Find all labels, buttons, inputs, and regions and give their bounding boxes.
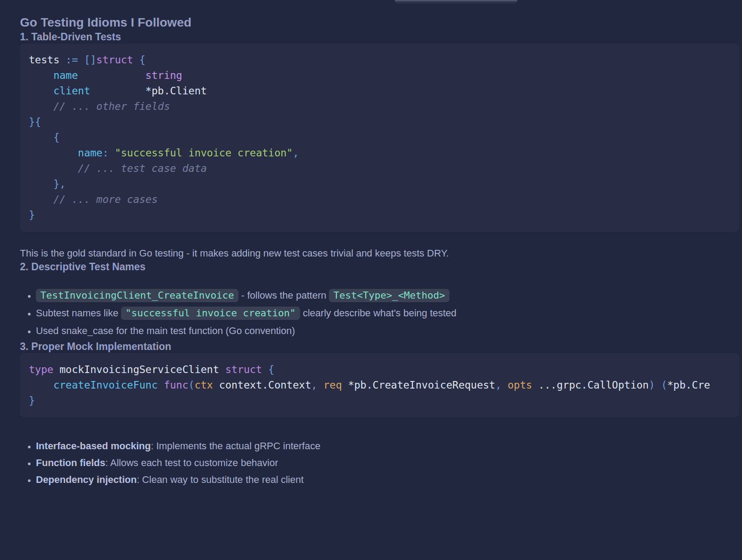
- code-line: // ... other fields: [29, 99, 730, 114]
- code-line: createInvoiceFunc func(ctx context.Conte…: [29, 377, 730, 393]
- list-item-snake-case: Used snake_case for the main test functi…: [36, 322, 739, 340]
- code-line: // ... test case data: [29, 161, 730, 176]
- list-item-subtest-names: Subtest names like "successful invoice c…: [36, 304, 739, 322]
- code-block-mock-implementation: type mockInvoicingServiceClient struct {…: [20, 353, 739, 417]
- inline-code-subtest-name: "successful invoice creation": [121, 307, 300, 320]
- list-item-text: : Allows each test to customize behavior: [105, 457, 278, 468]
- code-line: }{: [29, 114, 730, 130]
- section-2-heading: 2. Descriptive Test Names: [20, 260, 739, 273]
- code-line: name string: [29, 68, 730, 83]
- list-item-interface-mocking: Interface-based mocking: Implements the …: [36, 438, 739, 455]
- descriptive-test-names-list: TestInvoicingClient_CreateInvoice - foll…: [20, 287, 739, 340]
- section-1-heading: 1. Table-Driven Tests: [20, 30, 739, 43]
- code-block-table-driven-tests: tests := []struct { name string client *…: [20, 43, 739, 232]
- code-line: type mockInvoicingServiceClient struct {: [29, 362, 730, 377]
- list-item-text: : Clean way to substitute the real clien…: [137, 474, 304, 485]
- list-item-function-fields: Function fields: Allows each test to cus…: [36, 455, 739, 471]
- document-page: { "palette": { "bg": "#222740", "code-bg…: [0, 0, 742, 560]
- mock-implementation-list: Interface-based mocking: Implements the …: [20, 438, 739, 488]
- code-line: }: [29, 207, 730, 223]
- code-line: },: [29, 176, 730, 192]
- code-line: {: [29, 130, 730, 145]
- section-3-heading: 3. Proper Mock Implementation: [20, 340, 739, 353]
- list-item-text: - follows the pattern: [238, 290, 329, 301]
- code-line: // ... more cases: [29, 192, 730, 207]
- paragraph-gold-standard: This is the gold standard in Go testing …: [20, 247, 739, 260]
- list-item-bold-label: Dependency injection: [36, 474, 137, 485]
- code-line: name: "successful invoice creation",: [29, 145, 730, 161]
- list-item-test-pattern: TestInvoicingClient_CreateInvoice - foll…: [36, 287, 739, 304]
- code-line: }: [29, 393, 730, 408]
- list-item-text: Subtest names like: [36, 307, 121, 319]
- list-item-text: clearly describe what's being tested: [300, 307, 457, 319]
- code-line: tests := []struct {: [29, 52, 730, 68]
- list-item-bold-label: Interface-based mocking: [36, 440, 151, 451]
- inline-code-pattern: Test<Type>_<Method>: [329, 289, 449, 302]
- list-item-text: : Implements the actual gRPC interface: [151, 440, 320, 451]
- list-item-text: Used snake_case for the main test functi…: [36, 325, 295, 336]
- inline-code-test-function-name: TestInvoicingClient_CreateInvoice: [36, 289, 238, 302]
- code-line: client *pb.Client: [29, 83, 730, 99]
- page-title: Go Testing Idioms I Followed: [20, 15, 739, 30]
- list-item-dependency-injection: Dependency injection: Clean way to subst…: [36, 471, 739, 488]
- list-item-bold-label: Function fields: [36, 457, 105, 468]
- clipped-element-fragment: [395, 0, 517, 4]
